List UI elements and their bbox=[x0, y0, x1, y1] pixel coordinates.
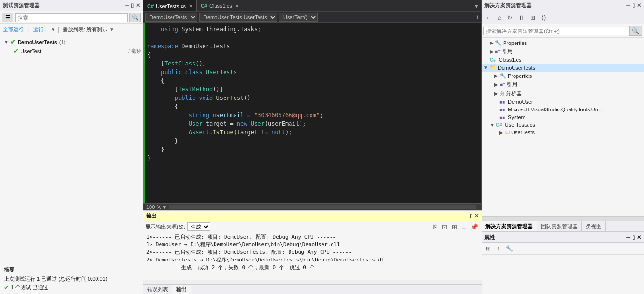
sol-item-ms-ref[interactable]: ■■ Microsoft.VisualStudio.QualityTools.U… bbox=[482, 106, 644, 113]
tab-usertests[interactable]: C# UserTests.cs ✕ bbox=[143, 0, 197, 11]
output-content: 1>------ 已启动生成: 项目: DemoUser, 配置: Debug … bbox=[143, 232, 482, 280]
output-find-button[interactable]: ⊞ bbox=[451, 223, 459, 231]
sol-toolbar-btn2[interactable]: ⟨⟩ bbox=[539, 13, 548, 22]
horizontal-scrollbar[interactable] bbox=[169, 205, 476, 209]
prop-toolbar-btn1[interactable]: ⊞ bbox=[483, 244, 493, 253]
test-item-left: ✔ UserTest bbox=[13, 47, 41, 54]
output-wrap-button[interactable]: ≡ bbox=[461, 223, 467, 231]
tab-class1-close[interactable]: ✕ bbox=[235, 3, 239, 9]
sol-pause-button[interactable]: ⏸ bbox=[516, 13, 526, 22]
solution-title-icons: ─ ▯ ✕ bbox=[626, 2, 641, 9]
toolbar-separator: │ bbox=[27, 27, 30, 33]
tab-class1-label: Class1.cs bbox=[209, 3, 232, 9]
test-explorer-icons: ─ ▯ ✕ bbox=[125, 2, 140, 9]
prop-toolbar-btn3[interactable]: 🔧 bbox=[504, 244, 515, 253]
output-source-dropdown[interactable]: 生成 bbox=[187, 222, 210, 231]
sol-dut-ref-icon: ■= bbox=[500, 82, 505, 87]
sol-back-button[interactable]: ← bbox=[483, 13, 494, 22]
test-item-usertest[interactable]: ✔ UserTest 7 毫秒 bbox=[2, 46, 143, 55]
output-line-3: 2>------ 已启动生成: 项目: DemoUserTests, 配置: D… bbox=[146, 249, 479, 256]
output-clear-button[interactable]: ⊡ bbox=[440, 223, 449, 231]
nav-type-dropdown[interactable]: DemoUserTests bbox=[145, 13, 197, 22]
zoom-dropdown[interactable]: ▼ bbox=[162, 205, 167, 210]
zoom-level: 100 % bbox=[146, 204, 161, 210]
sol-home-button[interactable]: ⌂ bbox=[495, 13, 504, 22]
code-editor[interactable]: using System.Threading.Tasks; namespace … bbox=[145, 23, 481, 203]
output-pin-icon[interactable]: ─ bbox=[464, 213, 468, 219]
group-count: (1) bbox=[59, 39, 65, 45]
playlist-label: 播放列表: 所有测试 bbox=[63, 26, 107, 33]
sol-pin2-icon[interactable]: ▯ bbox=[632, 2, 635, 9]
search-input[interactable] bbox=[15, 13, 128, 22]
pin-icon[interactable]: ─ bbox=[125, 2, 129, 9]
pin2-icon[interactable]: ▯ bbox=[131, 2, 134, 9]
properties-title: 属性 bbox=[484, 234, 495, 241]
sol-usertests-cs-label: UserTests.cs bbox=[505, 122, 535, 128]
prop-toolbar-btn2[interactable]: ↕ bbox=[494, 244, 502, 253]
nav-method-dropdown[interactable]: UserTest() bbox=[279, 13, 318, 22]
group-expand-icon: ▼ bbox=[4, 39, 9, 44]
sol-item-usertests-class[interactable]: ▶ 🏷 UserTests bbox=[482, 129, 644, 136]
run-button[interactable]: 运行... bbox=[32, 25, 49, 33]
sol-dut-ref-arrow: ▶ bbox=[494, 82, 498, 87]
prop-pin-icon[interactable]: ─ bbox=[626, 234, 630, 240]
sol-item-usertests-cs[interactable]: ▼ C# UserTests.cs bbox=[482, 121, 644, 129]
run-dropdown-icon[interactable]: ▼ bbox=[51, 27, 55, 32]
prop-close-icon[interactable]: ✕ bbox=[637, 234, 641, 240]
nav-member-dropdown[interactable]: DemoUser.Tests.UserTests bbox=[199, 13, 277, 22]
sol-usertests-cs-arrow: ▼ bbox=[490, 122, 494, 128]
output-title-icons: ─ ▯ ✕ bbox=[464, 213, 479, 219]
output-line-1: 1>------ 已启动生成: 项目: DemoUser, 配置: Debug … bbox=[146, 233, 479, 241]
test-explorer-title-bar: 测试资源管理器 ─ ▯ ✕ bbox=[0, 0, 143, 11]
sol-refresh-button[interactable]: ↻ bbox=[505, 13, 515, 22]
group-name: DemoUserTests bbox=[18, 39, 57, 45]
solution-search-input[interactable] bbox=[483, 27, 629, 35]
test-group-header[interactable]: ▼ ✔ DemoUserTests (1) bbox=[2, 37, 143, 46]
sol-analyzer-arrow: ▶ bbox=[494, 91, 498, 96]
output-pin2-icon[interactable]: ▯ bbox=[470, 213, 472, 219]
sol-item-demousertests-ref[interactable]: ▶ ■= 引用 bbox=[482, 80, 644, 89]
sol-item-demouser-ref[interactable]: ■■ DemoUser bbox=[482, 98, 644, 106]
sol-tab-team-explorer[interactable]: 团队资源管理器 bbox=[537, 221, 582, 231]
tab-class1[interactable]: C# Class1.cs ✕ bbox=[197, 0, 243, 11]
prop-pin2-icon[interactable]: ▯ bbox=[632, 234, 635, 240]
sol-close-icon[interactable]: ✕ bbox=[637, 2, 641, 9]
output-close-icon[interactable]: ✕ bbox=[474, 213, 479, 219]
error-list-tab[interactable]: 错误列表 bbox=[143, 285, 172, 294]
close-icon[interactable]: ✕ bbox=[136, 2, 140, 9]
toolbar-separator2: │ bbox=[57, 27, 61, 33]
sol-pin-icon[interactable]: ─ bbox=[626, 2, 630, 9]
sol-item-properties[interactable]: ▶ 🔧 Properties bbox=[482, 39, 644, 47]
search-dropdown-button[interactable]: ☰ bbox=[2, 13, 13, 22]
sol-item-demousertests-properties[interactable]: ▶ 🔧 Properties bbox=[482, 72, 644, 80]
run-all-button[interactable]: 全部运行 bbox=[2, 25, 25, 33]
sol-item-ref[interactable]: ▶ ■= 引用 bbox=[482, 47, 644, 56]
output-pin-button[interactable]: 📌 bbox=[469, 223, 480, 231]
sol-item-system-ref[interactable]: ■■ System bbox=[482, 113, 644, 121]
tab-usertests-close[interactable]: ✕ bbox=[189, 3, 193, 9]
sol-item-demousertests[interactable]: ▼ 📁 DemoUserTests bbox=[482, 64, 644, 72]
group-status-icon: ✔ bbox=[11, 38, 16, 45]
test-toolbar: 全部运行 │ 运行... ▼ │ 播放列表: 所有测试 ▼ bbox=[0, 24, 143, 35]
tab-overflow-button[interactable]: ▾ bbox=[472, 2, 481, 10]
output-copy-button[interactable]: ⎘ bbox=[432, 223, 439, 231]
output-horizontal-scroll[interactable] bbox=[143, 280, 482, 284]
sol-toolbar-btn3[interactable]: — bbox=[550, 13, 560, 22]
sol-tab-solution-explorer[interactable]: 解决方案资源管理器 bbox=[482, 221, 537, 231]
solution-search-button[interactable]: 🔍 bbox=[629, 26, 642, 36]
sol-toolbar-btn1[interactable]: ⊞ bbox=[528, 13, 537, 22]
solution-explorer-title-bar: 解决方案资源管理器 ─ ▯ ✕ bbox=[482, 0, 644, 11]
output-title: 输出 bbox=[146, 212, 157, 219]
playlist-dropdown-icon[interactable]: ▼ bbox=[109, 27, 114, 32]
output-tab[interactable]: 输出 bbox=[172, 285, 191, 294]
sol-ref-label: 引用 bbox=[502, 48, 513, 55]
sol-tab-class-view[interactable]: 类视图 bbox=[582, 221, 606, 231]
editor-nav: DemoUserTests DemoUser.Tests.UserTests U… bbox=[143, 12, 481, 23]
properties-panel: 属性 ─ ▯ ✕ ⊞ ↕ 🔧 bbox=[482, 232, 644, 294]
sol-item-class1[interactable]: C# Class1.cs bbox=[482, 56, 644, 64]
sol-tree-scroll[interactable] bbox=[482, 216, 644, 221]
search-submit-button[interactable]: 🔍 bbox=[129, 13, 141, 22]
sol-ref-arrow: ▶ bbox=[490, 49, 494, 54]
sol-item-analyzer[interactable]: ▶ 分 分析器 bbox=[482, 89, 644, 98]
tab-usertests-label: UserTests.cs bbox=[156, 3, 186, 9]
